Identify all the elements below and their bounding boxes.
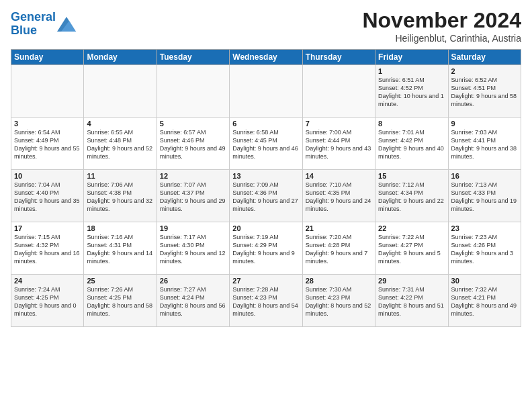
- calendar-cell: 8Sunrise: 7:01 AM Sunset: 4:42 PM Daylig…: [375, 118, 448, 170]
- title-block: November 2024 Heiligenblut, Carinthia, A…: [362, 8, 521, 44]
- day-number: 3: [14, 120, 81, 128]
- calendar-week-row-1: 3Sunrise: 6:54 AM Sunset: 4:49 PM Daylig…: [11, 118, 521, 170]
- calendar-cell: 12Sunrise: 7:07 AM Sunset: 4:37 PM Dayli…: [157, 170, 229, 222]
- calendar-cell: 9Sunrise: 7:03 AM Sunset: 4:41 PM Daylig…: [448, 118, 521, 170]
- day-info: Sunrise: 6:58 AM Sunset: 4:45 PM Dayligh…: [232, 128, 299, 161]
- calendar-cell: 23Sunrise: 7:23 AM Sunset: 4:26 PM Dayli…: [448, 222, 521, 275]
- day-info: Sunrise: 6:52 AM Sunset: 4:51 PM Dayligh…: [451, 76, 518, 109]
- day-info: Sunrise: 7:03 AM Sunset: 4:41 PM Dayligh…: [451, 128, 518, 161]
- calendar-cell: 14Sunrise: 7:10 AM Sunset: 4:35 PM Dayli…: [302, 170, 375, 222]
- calendar-cell: 20Sunrise: 7:19 AM Sunset: 4:29 PM Dayli…: [230, 222, 302, 275]
- calendar-cell: 29Sunrise: 7:31 AM Sunset: 4:22 PM Dayli…: [375, 275, 448, 327]
- day-info: Sunrise: 7:06 AM Sunset: 4:38 PM Dayligh…: [87, 181, 153, 214]
- calendar-cell: 28Sunrise: 7:30 AM Sunset: 4:23 PM Dayli…: [302, 275, 375, 327]
- calendar-cell: [230, 65, 302, 118]
- day-info: Sunrise: 6:57 AM Sunset: 4:46 PM Dayligh…: [160, 128, 226, 161]
- calendar-cell: [302, 65, 375, 118]
- day-number: 10: [14, 172, 81, 180]
- day-info: Sunrise: 7:30 AM Sunset: 4:23 PM Dayligh…: [306, 285, 372, 318]
- calendar-cell: 1Sunrise: 6:51 AM Sunset: 4:52 PM Daylig…: [375, 65, 448, 118]
- day-info: Sunrise: 7:09 AM Sunset: 4:36 PM Dayligh…: [232, 181, 299, 214]
- calendar-cell: 15Sunrise: 7:12 AM Sunset: 4:34 PM Dayli…: [375, 170, 448, 222]
- col-saturday: Saturday: [448, 50, 521, 65]
- day-info: Sunrise: 6:54 AM Sunset: 4:49 PM Dayligh…: [14, 128, 81, 161]
- col-monday: Monday: [84, 50, 157, 65]
- calendar-cell: [84, 65, 157, 118]
- day-info: Sunrise: 7:13 AM Sunset: 4:33 PM Dayligh…: [451, 181, 518, 214]
- calendar-cell: [157, 65, 229, 118]
- day-info: Sunrise: 7:15 AM Sunset: 4:32 PM Dayligh…: [14, 233, 81, 266]
- calendar-header-row: Sunday Monday Tuesday Wednesday Thursday…: [11, 50, 521, 65]
- calendar-cell: 24Sunrise: 7:24 AM Sunset: 4:25 PM Dayli…: [11, 275, 84, 327]
- calendar-cell: 13Sunrise: 7:09 AM Sunset: 4:36 PM Dayli…: [230, 170, 302, 222]
- day-number: 23: [451, 224, 518, 232]
- calendar-cell: 21Sunrise: 7:20 AM Sunset: 4:28 PM Dayli…: [302, 222, 375, 275]
- col-wednesday: Wednesday: [230, 50, 302, 65]
- sub-title: Heiligenblut, Carinthia, Austria: [362, 33, 521, 44]
- calendar-cell: 27Sunrise: 7:28 AM Sunset: 4:23 PM Dayli…: [230, 275, 302, 327]
- day-info: Sunrise: 7:01 AM Sunset: 4:42 PM Dayligh…: [378, 128, 445, 161]
- day-number: 4: [87, 120, 153, 128]
- calendar-cell: 2Sunrise: 6:52 AM Sunset: 4:51 PM Daylig…: [448, 65, 521, 118]
- calendar-cell: 11Sunrise: 7:06 AM Sunset: 4:38 PM Dayli…: [84, 170, 157, 222]
- day-number: 16: [451, 172, 518, 180]
- day-number: 18: [87, 224, 153, 232]
- day-number: 15: [378, 172, 445, 180]
- calendar-cell: 3Sunrise: 6:54 AM Sunset: 4:49 PM Daylig…: [11, 118, 84, 170]
- day-info: Sunrise: 7:12 AM Sunset: 4:34 PM Dayligh…: [378, 181, 445, 214]
- calendar-cell: 22Sunrise: 7:22 AM Sunset: 4:27 PM Dayli…: [375, 222, 448, 275]
- calendar-table: Sunday Monday Tuesday Wednesday Thursday…: [11, 49, 521, 327]
- col-thursday: Thursday: [302, 50, 375, 65]
- calendar-cell: 7Sunrise: 7:00 AM Sunset: 4:44 PM Daylig…: [302, 118, 375, 170]
- col-tuesday: Tuesday: [157, 50, 229, 65]
- col-sunday: Sunday: [11, 50, 84, 65]
- calendar-week-row-4: 24Sunrise: 7:24 AM Sunset: 4:25 PM Dayli…: [11, 275, 521, 327]
- day-number: 17: [14, 224, 81, 232]
- day-info: Sunrise: 7:28 AM Sunset: 4:23 PM Dayligh…: [232, 285, 299, 318]
- day-info: Sunrise: 7:17 AM Sunset: 4:30 PM Dayligh…: [160, 233, 226, 266]
- calendar-cell: 16Sunrise: 7:13 AM Sunset: 4:33 PM Dayli…: [448, 170, 521, 222]
- logo-icon: [57, 17, 76, 32]
- day-info: Sunrise: 7:24 AM Sunset: 4:25 PM Dayligh…: [14, 285, 81, 318]
- calendar-week-row-3: 17Sunrise: 7:15 AM Sunset: 4:32 PM Dayli…: [11, 222, 521, 275]
- day-number: 24: [14, 277, 81, 285]
- calendar-cell: 5Sunrise: 6:57 AM Sunset: 4:46 PM Daylig…: [157, 118, 229, 170]
- day-number: 27: [232, 277, 299, 285]
- day-info: Sunrise: 7:22 AM Sunset: 4:27 PM Dayligh…: [378, 233, 445, 266]
- day-number: 28: [306, 277, 372, 285]
- calendar-cell: 10Sunrise: 7:04 AM Sunset: 4:40 PM Dayli…: [11, 170, 84, 222]
- calendar-week-row-2: 10Sunrise: 7:04 AM Sunset: 4:40 PM Dayli…: [11, 170, 521, 222]
- day-number: 9: [451, 120, 518, 128]
- day-number: 22: [378, 224, 445, 232]
- logo-text: General Blue: [11, 11, 56, 38]
- logo: General Blue: [11, 11, 76, 38]
- day-number: 1: [378, 67, 445, 75]
- col-friday: Friday: [375, 50, 448, 65]
- day-number: 2: [451, 67, 518, 75]
- day-number: 14: [306, 172, 372, 180]
- day-number: 29: [378, 277, 445, 285]
- calendar-cell: 30Sunrise: 7:32 AM Sunset: 4:21 PM Dayli…: [448, 275, 521, 327]
- main-title: November 2024: [362, 8, 521, 33]
- day-number: 25: [87, 277, 153, 285]
- day-number: 19: [160, 224, 226, 232]
- day-info: Sunrise: 7:32 AM Sunset: 4:21 PM Dayligh…: [451, 285, 518, 318]
- calendar-cell: 19Sunrise: 7:17 AM Sunset: 4:30 PM Dayli…: [157, 222, 229, 275]
- day-number: 20: [232, 224, 299, 232]
- day-info: Sunrise: 7:20 AM Sunset: 4:28 PM Dayligh…: [306, 233, 372, 266]
- day-number: 6: [232, 120, 299, 128]
- calendar-cell: 25Sunrise: 7:26 AM Sunset: 4:25 PM Dayli…: [84, 275, 157, 327]
- day-number: 8: [378, 120, 445, 128]
- day-info: Sunrise: 7:16 AM Sunset: 4:31 PM Dayligh…: [87, 233, 153, 266]
- day-info: Sunrise: 7:31 AM Sunset: 4:22 PM Dayligh…: [378, 285, 445, 318]
- day-number: 21: [306, 224, 372, 232]
- day-info: Sunrise: 7:07 AM Sunset: 4:37 PM Dayligh…: [160, 181, 226, 214]
- day-info: Sunrise: 6:51 AM Sunset: 4:52 PM Dayligh…: [378, 76, 445, 109]
- day-number: 5: [160, 120, 226, 128]
- calendar-week-row-0: 1Sunrise: 6:51 AM Sunset: 4:52 PM Daylig…: [11, 65, 521, 118]
- calendar-cell: 18Sunrise: 7:16 AM Sunset: 4:31 PM Dayli…: [84, 222, 157, 275]
- day-info: Sunrise: 7:19 AM Sunset: 4:29 PM Dayligh…: [232, 233, 299, 266]
- day-number: 12: [160, 172, 226, 180]
- header: General Blue November 2024 Heiligenblut,…: [11, 8, 521, 44]
- day-number: 30: [451, 277, 518, 285]
